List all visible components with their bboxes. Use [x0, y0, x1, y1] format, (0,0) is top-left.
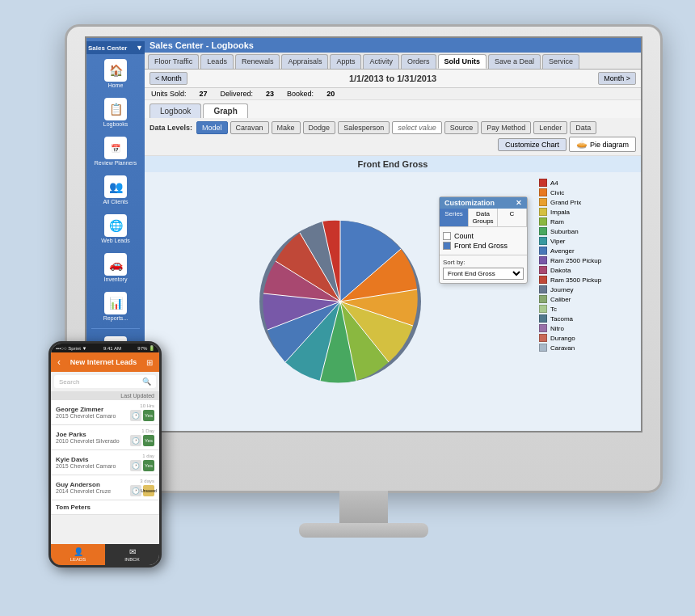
pie-diagram-button[interactable]: 🥧 Pie diagram: [569, 137, 636, 152]
sidebar-divider: [91, 328, 140, 329]
customization-close-icon[interactable]: ✕: [516, 199, 522, 207]
sidebar-item-home[interactable]: 🏠 Home: [86, 57, 145, 90]
next-month-button[interactable]: Month >: [598, 72, 636, 85]
sidebar-toggle-icon[interactable]: ▼: [136, 44, 143, 52]
legend-color-ram: [539, 217, 547, 226]
dl-btn-caravan[interactable]: Caravan: [230, 121, 269, 134]
phone-lead-item-3[interactable]: Kyle Davis 2015 Chevrolet Camaro 1 day 🕐…: [51, 450, 159, 475]
legend-item-ram3500: Ram 3500 Pickup: [539, 276, 638, 284]
cust-tab-data-groups[interactable]: Data Groups: [469, 209, 498, 226]
top-bar: Sales Center - Logbooks: [145, 38, 641, 53]
dl-btn-salesperson[interactable]: Salesperson: [338, 121, 390, 134]
tab-activity[interactable]: Activity: [363, 54, 399, 69]
legend-label-grand-prix: Grand Prix: [550, 199, 581, 206]
cust-tab-series[interactable]: Series: [440, 209, 469, 226]
sort-by-select[interactable]: Front End Gross: [443, 268, 524, 280]
lead-status-icon-3: Yes: [143, 460, 154, 471]
subtab-logbook[interactable]: Logbook: [150, 103, 201, 118]
lead-clock-icon-2[interactable]: 🕐: [130, 435, 141, 446]
dl-btn-source[interactable]: Source: [444, 121, 479, 134]
lead-clock-icon-1[interactable]: 🕐: [130, 410, 141, 421]
lead-status-icon-2: Yes: [143, 435, 154, 446]
lead-clock-icon-3[interactable]: 🕐: [130, 460, 141, 471]
phone-nav-leads[interactable]: 👤 LEADS: [51, 544, 105, 565]
web-leads-icon: 🌐: [104, 214, 127, 237]
phone-nav-title: New Internet Leads: [64, 358, 143, 366]
tab-service[interactable]: Service: [542, 54, 579, 69]
legend-item-durango: Durango: [539, 334, 638, 342]
sidebar-all-clients-label: All Clients: [103, 199, 128, 205]
legend-item-suburban: Suburban: [539, 227, 638, 235]
count-checkbox[interactable]: [443, 232, 451, 240]
sidebar-logbooks-label: Logbooks: [103, 121, 128, 127]
phone: •••○○ Sprint ▼ 9:41 AM 97% 🔋 ‹ New Inter…: [48, 341, 162, 567]
phone-lead-item-5[interactable]: Tom Peters: [51, 500, 159, 515]
lead-status-icon-1: Yes: [143, 410, 154, 421]
legend-label-ram2500: Ram 2500 Pickup: [550, 257, 601, 264]
prev-month-button[interactable]: < Month: [150, 72, 187, 85]
sidebar-item-logbooks[interactable]: 📋 Logbooks: [86, 96, 145, 129]
front-end-gross-checkbox[interactable]: [443, 242, 451, 250]
legend-label-nitro: Nitro: [550, 325, 564, 332]
phone-back-button[interactable]: ‹: [57, 357, 61, 368]
tab-appts[interactable]: Appts: [330, 54, 361, 69]
sidebar-header: Sales Center ▼: [86, 41, 145, 54]
sort-section: Sort by: Front End Gross: [440, 255, 527, 283]
booked-label: Booked:: [287, 90, 314, 98]
tab-appraisals[interactable]: Appraisals: [281, 54, 328, 69]
subtab-graph[interactable]: Graph: [203, 103, 247, 118]
phone-list-header: Last Updated: [51, 391, 159, 400]
sidebar-reports-label: Reports...: [103, 315, 128, 321]
tab-floor-traffic[interactable]: Floor Traffic: [148, 54, 199, 69]
phone-lead-item-4[interactable]: Guy Anderson 2014 Chevrolet Cruze 3 days…: [51, 475, 159, 500]
sidebar-item-review-planners[interactable]: 📅 Review Planners: [86, 135, 145, 167]
customize-chart-button[interactable]: Customize Chart: [498, 138, 567, 151]
sidebar-item-web-leads[interactable]: 🌐 Web Leads: [86, 213, 145, 245]
sidebar-item-reports[interactable]: 📊 Reports...: [86, 290, 145, 323]
lead-meta-4: Guy Anderson 2014 Chevrolet Cruze 3 days…: [56, 479, 154, 496]
dl-btn-make[interactable]: Make: [272, 121, 301, 134]
lead-info-4: Guy Anderson 2014 Chevrolet Cruze: [56, 481, 111, 494]
dl-btn-dodge[interactable]: Dodge: [303, 121, 336, 134]
stats-bar: Units Sold: 27 Delivered: 23 Booked: 20: [145, 88, 641, 100]
legend-label-viper: Viper: [550, 238, 566, 245]
lead-info-3: Kyle Davis 2015 Chevrolet Camaro: [56, 456, 116, 469]
phone-nav-inbox[interactable]: ✉ INBOX: [105, 544, 159, 565]
monitor-stand-base: [299, 523, 428, 538]
legend-label-journey: Journey: [550, 286, 573, 293]
legend-color-dakota: [539, 266, 547, 274]
data-levels-label: Data Levels:: [150, 124, 192, 132]
cust-tab-c[interactable]: C: [498, 209, 527, 226]
lead-clock-icon-4[interactable]: 🕐: [130, 485, 141, 496]
pie-chart-svg: [251, 213, 429, 390]
sidebar-item-all-clients[interactable]: 👥 All Clients: [86, 174, 145, 206]
tab-leads[interactable]: Leads: [200, 54, 234, 69]
phone-filter-icon[interactable]: ⊞: [146, 358, 153, 367]
sidebar-item-inventory[interactable]: 🚗 Inventory: [86, 251, 145, 284]
page-title: Sales Center - Logbooks: [150, 40, 254, 50]
tab-orders[interactable]: Orders: [401, 54, 436, 69]
legend-color-civic: [539, 188, 547, 196]
legend-color-suburban: [539, 227, 547, 235]
phone-lead-item-2[interactable]: Joe Parks 2010 Chevrolet Silverado 1 Day…: [51, 425, 159, 450]
legend-item-tc: Tc: [539, 305, 638, 313]
phone-nav-bar: ‹ New Internet Leads ⊞: [51, 352, 159, 372]
lead-meta-2: Joe Parks 2010 Chevrolet Silverado 1 Day…: [56, 428, 154, 446]
dl-btn-select-value[interactable]: select value: [392, 121, 442, 134]
phone-status-bar: •••○○ Sprint ▼ 9:41 AM 97% 🔋: [51, 344, 159, 352]
chart-body: A4 Civic Grand Prix Impala: [145, 172, 641, 431]
tab-sold-units[interactable]: Sold Units: [438, 54, 487, 69]
dl-btn-lender[interactable]: Lender: [533, 121, 567, 134]
tab-save-a-deal[interactable]: Save a Deal: [488, 54, 541, 69]
home-icon: 🏠: [104, 59, 127, 82]
cust-row-front-end-gross: Front End Gross: [443, 242, 524, 250]
dl-btn-data[interactable]: Data: [570, 121, 596, 134]
legend-color-tc: [539, 305, 547, 313]
legend-item-nitro: Nitro: [539, 324, 638, 332]
tab-renewals[interactable]: Renewals: [235, 54, 280, 69]
phone-lead-item-1[interactable]: George Zimmer 2015 Chevrolet Camaro 10 H…: [51, 400, 159, 425]
main-content: Sales Center - Logbooks Floor Traffic Le…: [145, 38, 641, 431]
phone-search-bar[interactable]: Search 🔍: [54, 375, 156, 388]
dl-btn-pay-method[interactable]: Pay Method: [481, 121, 531, 134]
dl-btn-model[interactable]: Model: [196, 121, 228, 134]
